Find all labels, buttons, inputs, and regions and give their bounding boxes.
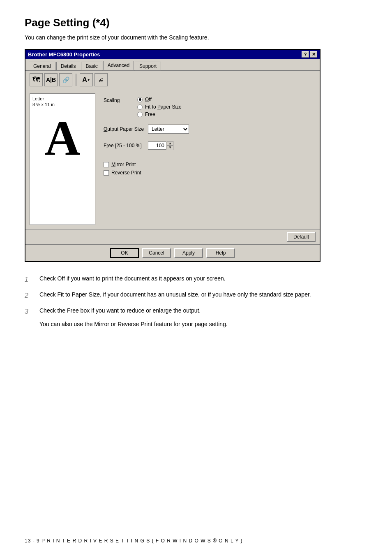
list-number-3: 3 [25,306,33,317]
dialog-content: Letter 8 ½ x 11 in A Scaling Off Fit to … [25,89,320,229]
toolbar: 🗺 A|B 🔗 A▼ 🖨 [25,71,320,89]
dialog-box: Brother MFC6800 Properties ? ✕ General D… [25,49,321,262]
dialog-footer: OK Cancel Apply Help [25,244,320,261]
tab-support[interactable]: Support [135,62,161,70]
preview-label: Letter [32,96,44,101]
checkbox-group: Mirror Print Reverse Print [104,162,316,176]
list-item-3: 3 Check the Free box if you want to redu… [25,306,321,317]
cancel-button[interactable]: Cancel [142,248,171,258]
scaling-off-label: Off [145,97,152,102]
toolbar-icon-a[interactable]: A▼ [80,73,93,86]
instruction-list: 1 Check Off if you want to print the doc… [25,274,321,317]
reverse-print-item[interactable]: Reverse Print [104,170,316,176]
page-title: Page Setting (*4) [25,16,367,29]
scaling-row: Scaling Off Fit to Paper Size Free [104,97,316,117]
toolbar-icon-ab[interactable]: A|B [44,73,58,86]
output-paper-row: Output Paper Size Letter A4 Legal [104,125,316,134]
toolbar-icon-link[interactable]: 🔗 [59,73,72,86]
toolbar-icon-texture[interactable]: 🗺 [30,73,43,86]
free-range-input[interactable] [148,141,166,150]
output-paper-label: Output Paper Size [104,126,145,132]
apply-button[interactable]: Apply [174,248,203,258]
dialog-titlebar: Brother MFC6800 Properties ? ✕ [25,50,320,59]
mirror-print-checkbox[interactable] [104,162,109,167]
ok-button[interactable]: OK [110,248,139,258]
free-range-row: Free [25 - 100 %] ▲ ▼ [104,141,316,150]
list-text-2: Check Fit to Paper Size, if your documen… [39,290,321,301]
scaling-off-item[interactable]: Off [137,97,182,102]
toolbar-separator [76,74,76,86]
tab-general[interactable]: General [29,62,55,70]
free-range-spinner: ▲ ▼ [148,141,173,150]
scaling-free-label: Free [145,111,155,117]
tabs-row: General Details Basic Advanced Support [25,59,320,71]
reverse-print-checkbox[interactable] [104,170,109,176]
help-button[interactable]: Help [206,248,235,258]
mirror-print-label: Mirror Print [111,162,136,167]
list-text-3: Check the Free box if you want to reduce… [39,306,321,317]
scaling-label: Scaling [104,97,132,103]
tab-advanced[interactable]: Advanced [103,61,134,70]
spinner-buttons: ▲ ▼ [167,141,173,150]
dialog-title: Brother MFC6800 Properties [28,51,100,58]
scaling-fit-label: Fit to Paper Size [145,104,182,110]
scaling-free-radio[interactable] [137,112,143,117]
free-range-label: Free [25 - 100 %] [104,143,145,148]
help-titlebar-button[interactable]: ? [302,51,309,58]
titlebar-buttons: ? ✕ [302,51,317,58]
preview-letter: A [32,114,92,163]
output-paper-select[interactable]: Letter A4 Legal [148,125,189,134]
spinner-up-button[interactable]: ▲ [167,141,173,146]
list-item-2: 2 Check Fit to Paper Size, if your docum… [25,290,321,301]
close-titlebar-button[interactable]: ✕ [310,51,317,58]
list-item-1: 1 Check Off if you want to print the doc… [25,274,321,285]
scaling-free-item[interactable]: Free [137,111,182,117]
list-number-2: 2 [25,290,33,301]
extra-paragraph: You can also use the Mirror or Reverse P… [39,320,321,329]
tab-details[interactable]: Details [56,62,81,70]
scaling-off-radio[interactable] [137,97,143,102]
tab-basic[interactable]: Basic [81,62,102,70]
footer-note: 13 - 9 P R I N T E R D R I V E R S E T T… [25,538,243,544]
mirror-print-item[interactable]: Mirror Print [104,162,316,167]
scaling-fit-item[interactable]: Fit to Paper Size [137,104,182,110]
toolbar-icon-print[interactable]: 🖨 [95,73,108,86]
list-text-1: Check Off if you want to print the docum… [39,274,321,285]
preview-panel: Letter 8 ½ x 11 in A [30,93,95,225]
default-button[interactable]: Default [287,232,316,242]
scaling-radio-group: Off Fit to Paper Size Free [137,97,182,117]
reverse-print-label: Reverse Print [111,170,141,176]
spinner-down-button[interactable]: ▼ [167,146,173,150]
scaling-fit-radio[interactable] [137,104,143,110]
settings-panel: Scaling Off Fit to Paper Size Free [99,93,316,225]
list-number-1: 1 [25,274,33,285]
page-subtitle: You can change the print size of your do… [25,34,367,41]
default-button-row: Default [25,229,320,244]
preview-sublabel: 8 ½ x 11 in [32,102,55,107]
